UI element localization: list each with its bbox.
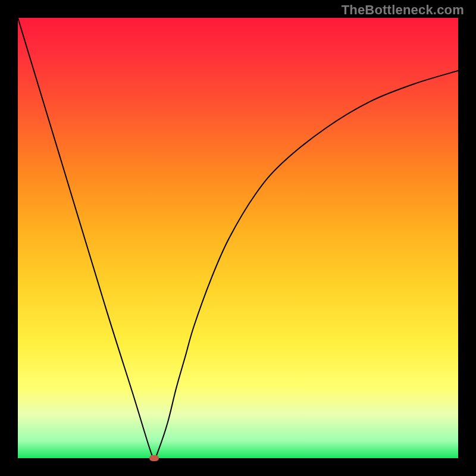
chart-frame: TheBottleneck.com [0,0,476,476]
plot-area [18,18,458,458]
watermark-text: TheBottleneck.com [342,2,464,18]
bottleneck-curve [18,18,458,458]
minimum-marker [149,455,159,461]
